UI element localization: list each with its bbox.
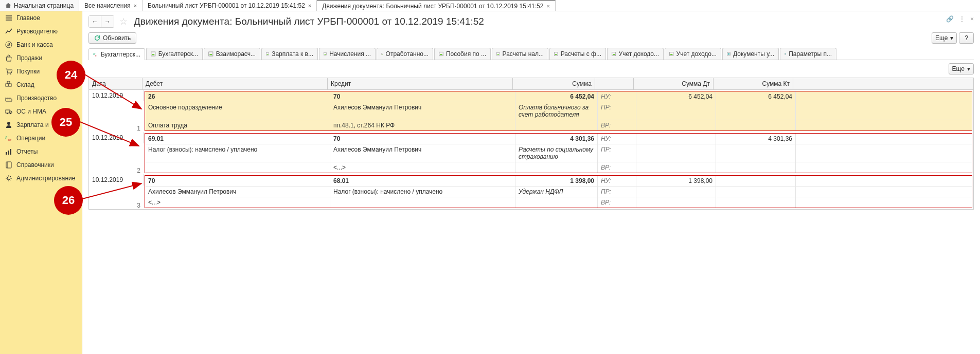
operation-description: Расчеты по социальному страхованию [515,144,598,162]
help-button[interactable]: ? [959,32,974,44]
kebab-icon[interactable]: ⋮ [959,15,965,23]
svg-rect-6 [7,81,10,84]
reg-tab[interactable]: Расчеты с ф... [549,48,606,60]
refresh-icon [94,35,100,41]
register-icon [381,51,383,57]
home-icon [5,3,11,9]
gear-icon [5,175,12,182]
close-window-icon[interactable]: × [970,15,974,23]
grid-header: Дата Дебет Кредит Сумма Сумма Дт Сумма К… [89,78,973,90]
sidebar-item-manager[interactable]: Руководителю [0,25,82,38]
nu-label: НУ: [598,176,636,186]
reg-tab[interactable]: Бухгалтерск... [146,48,203,60]
close-icon[interactable]: × [134,3,137,9]
sidebar-item-production[interactable]: Производство [0,91,82,105]
reg-tab[interactable]: Учет доходо... [665,48,721,60]
tab-document-movements[interactable]: Движения документа: Больничный лист УРБП… [317,0,555,11]
factory-icon [5,95,12,102]
sum-kt: 6 452,04 [716,91,796,102]
tab-home[interactable]: Начальная страница [0,0,79,11]
bag-icon [5,54,12,62]
register-icon [439,51,443,57]
vr-label: ВР: [598,162,636,173]
window-controls: 🔗 ⋮ × [946,15,974,23]
entry-row-3[interactable]: 10.12.2019 3 70 68.01 1 398,00 НУ: 1 398… [89,174,973,209]
reg-tab-accounting[interactable]: ДтКт Бухгалтерск... [88,48,145,60]
link-icon[interactable]: 🔗 [946,15,954,23]
vr-label: ВР: [598,120,636,131]
reg-tab[interactable]: Параметры п... [780,48,836,60]
dtkt-icon: ДтКт [93,51,98,58]
header-debit[interactable]: Дебет [142,78,328,89]
debit-analytics-2: <...> [145,197,330,208]
annotation-badge-24: 24 [57,61,85,89]
reg-tab[interactable]: Начисления ... [319,48,376,60]
refresh-button[interactable]: Обновить [88,32,136,44]
sidebar-item-directories[interactable]: Справочники [0,158,82,172]
svg-point-18 [7,177,10,180]
svg-rect-4 [6,84,8,86]
tab-sick-leave[interactable]: Больничный лист УРБП-000001 от 10.12.201… [142,0,317,11]
info-register-icon [727,51,730,57]
sidebar-item-bank[interactable]: ₽ Банк и касса [0,38,82,51]
sidebar-item-admin[interactable]: Администрирование [0,172,82,185]
pr-label: ПР: [598,102,636,120]
header-credit[interactable]: Кредит [328,78,513,89]
header-sumkt[interactable]: Сумма Кт [714,78,793,89]
svg-point-2 [7,73,8,74]
credit-analytics-2 [330,197,515,208]
amount: 1 398,00 [515,176,598,186]
svg-rect-22 [152,54,154,55]
reg-tab[interactable]: Пособия по ... [434,48,491,60]
info-register-icon [785,51,786,57]
credit-account: 68.01 [330,176,515,186]
close-icon[interactable]: × [308,3,311,9]
svg-rect-36 [555,54,557,55]
credit-analytics-2: пп.48.1, ст.264 НК РФ [330,120,515,131]
svg-rect-7 [6,110,10,113]
vr-label: ВР: [598,197,636,208]
reg-tab[interactable]: Отработанно... [377,48,433,60]
reg-tab[interactable]: Зарплата к в... [261,48,318,60]
entry-row-1[interactable]: 10.12.2019 1 26 70 6 452,04 НУ: 6 452,04… [89,90,973,132]
amount: 6 452,04 [515,91,598,102]
reg-tab[interactable]: Расчеты нал... [492,48,548,60]
credit-analytics-2: <...> [330,162,515,173]
back-button[interactable]: ← [89,16,101,27]
debit-analytics: Ахилесов Эммануил Петрович [145,187,330,197]
reg-tab[interactable]: Учет доходо... [607,48,664,60]
header-sum[interactable]: Сумма [513,78,595,89]
svg-rect-32 [440,54,442,55]
header-nu [595,78,634,89]
svg-line-46 [85,74,141,109]
hamburger-icon [5,14,12,22]
sidebar-item-main[interactable]: Главное [0,11,82,25]
more-button-grid[interactable]: Еще ▾ [949,63,974,74]
register-icon [208,51,213,57]
header-sumdt[interactable]: Сумма Дт [634,78,714,89]
annotation-badge-26: 26 [54,186,83,215]
reg-tab[interactable]: Взаиморасч... [204,48,260,60]
register-icon [554,51,558,57]
register-icon [151,51,156,57]
close-icon[interactable]: × [546,3,549,9]
reg-tab[interactable]: Документы у... [722,48,779,60]
forward-button[interactable]: → [101,16,114,27]
debit-analytics-2 [145,162,330,173]
more-button-top[interactable]: Еще ▾ [932,32,957,44]
entry-row-2[interactable]: 10.12.2019 2 69.01 70 4 301,36 НУ: 4 301… [89,132,973,174]
register-icon [496,51,500,57]
credit-analytics: Налог (взносы): начислено / уплачено [330,187,515,197]
register-icon [669,51,674,57]
tab-home-label: Начальная страница [14,2,74,9]
dtkt-icon: ДтКт [5,135,12,142]
main-content: 🔗 ⋮ × ← → ☆ Движения документа: Больничн… [82,11,980,354]
tab-all-accruals[interactable]: Все начисления × [79,0,142,11]
favorite-star-icon[interactable]: ☆ [119,16,128,27]
svg-rect-38 [613,54,615,55]
credit-analytics: Ахилесов Эммануил Петрович [330,144,515,162]
svg-rect-44 [785,53,786,54]
sidebar-item-reports[interactable]: Отчеты [0,145,82,158]
debit-account: 70 [145,176,330,186]
pr-label: ПР: [598,144,636,162]
